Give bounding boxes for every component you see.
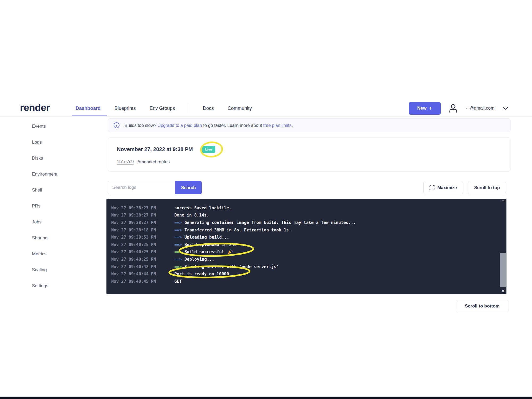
log-arrow-green: ==> [174, 250, 182, 254]
sidebar-item-sharing[interactable]: Sharing [32, 230, 93, 246]
chevron-down-icon[interactable] [502, 106, 508, 110]
log-message: Port is ready on 10000 [174, 272, 229, 276]
sidebar-item-events[interactable]: Events [32, 118, 93, 134]
nav-item-blueprints[interactable]: Blueprints [114, 106, 136, 111]
sidebar-item-settings[interactable]: Settings [32, 278, 93, 294]
party-popper-icon [227, 249, 233, 255]
sidebar: EventsLogsDisksEnvironmentShellPRsJobsSh… [32, 118, 93, 294]
log-line: Nov 27 09:40:25 PM==>Deploying... [111, 256, 496, 263]
log-message: Build successful [184, 250, 224, 254]
banner-text-2: to go faster. Learn more about [202, 123, 263, 128]
log-message: GET [174, 279, 182, 284]
log-arrow-blue: ==> [174, 228, 182, 232]
log-message: Done in 8.14s. [174, 213, 209, 218]
maximize-button[interactable]: Maximize [423, 181, 463, 194]
log-timestamp: Nov 27 09:38:27 PM [111, 213, 174, 218]
log-line: Nov 27 09:38:27 PM==>Generating containe… [111, 219, 496, 226]
log-message: Uploading build... [184, 235, 229, 240]
nav-items: DashboardBlueprintsEnv GroupsDocsCommuni… [76, 101, 252, 116]
log-arrow-blue: ==> [174, 257, 182, 262]
log-message: Deploying... [184, 257, 214, 262]
deploy-card: November 27, 2022 at 9:38 PM Live 1b1e7c… [108, 138, 510, 172]
log-timestamp: Nov 27 09:40:44 PM [111, 272, 174, 276]
sidebar-item-disks[interactable]: Disks [32, 150, 93, 166]
log-timestamp: Nov 27 09:40:25 PM [111, 250, 174, 254]
search-button[interactable]: Search [175, 181, 202, 194]
account-email[interactable]: · @gmail.com [466, 106, 494, 111]
commit-message: Amended routes [137, 159, 170, 164]
log-message: Starting service with 'node server.js' [184, 264, 279, 269]
free-plan-limits-link[interactable]: free plan limits [263, 123, 291, 128]
navbar: render DashboardBlueprintsEnv GroupsDocs… [0, 101, 532, 117]
sidebar-item-jobs[interactable]: Jobs [32, 214, 93, 230]
maximize-label: Maximize [437, 185, 457, 190]
sidebar-item-metrics[interactable]: Metrics [32, 246, 93, 262]
scrollbar-thumb[interactable] [500, 253, 506, 287]
log-line: Nov 27 09:39:53 PM==>Uploading build... [111, 234, 496, 241]
live-status-badge: Live [202, 146, 215, 153]
nav-item-dashboard[interactable]: Dashboard [76, 106, 101, 111]
nav-item-env-groups[interactable]: Env Groups [150, 106, 175, 111]
log-line: Nov 27 09:40:25 PM==>Build uploaded in 2… [111, 241, 496, 248]
active-tab-indicator [72, 115, 107, 116]
user-icon[interactable] [449, 103, 458, 113]
scroll-to-bottom-button[interactable]: Scroll to bottom [456, 300, 509, 312]
account-email-text: @gmail.com [469, 106, 494, 111]
render-logo[interactable]: render [20, 102, 50, 113]
log-message: Transferred 38MB in 8s. Extraction took … [184, 228, 291, 232]
sidebar-item-scaling[interactable]: Scaling [32, 262, 93, 278]
nav-item-community[interactable]: Community [228, 106, 252, 111]
account-email-prefix: · [466, 106, 467, 111]
logs-toolbar: Search Maximize Scroll to top [108, 181, 510, 194]
sidebar-item-environment[interactable]: Environment [32, 166, 93, 182]
log-arrow-blue: ==> [174, 242, 182, 247]
log-timestamp: Nov 27 09:40:45 PM [111, 279, 174, 284]
log-message: Generating container image from build. T… [184, 220, 356, 225]
log-message: success Saved lockfile. [174, 206, 232, 210]
log-timestamp: Nov 27 09:38:27 PM [111, 220, 174, 225]
sidebar-item-logs[interactable]: Logs [32, 134, 93, 150]
sidebar-item-shell[interactable]: Shell [32, 182, 93, 198]
scroll-to-top-button[interactable]: Scroll to top [468, 181, 506, 194]
banner-text-1: Builds too slow? [125, 123, 158, 128]
navbar-right: New + · @gmail.com [409, 101, 508, 116]
log-line: Nov 27 09:40:25 PM==>Build successful [111, 248, 496, 256]
log-timestamp: Nov 27 09:40:25 PM [111, 242, 174, 247]
maximize-icon [430, 185, 435, 190]
log-arrow-green: ==> [174, 264, 182, 269]
deploy-commit-row: 1b1e7c9 Amended routes [117, 159, 170, 165]
nav-divider [189, 104, 189, 113]
log-line: Nov 27 09:38:27 PMDone in 8.14s. [111, 212, 496, 219]
log-terminal[interactable]: Nov 27 09:38:27 PMsuccess Saved lockfile… [106, 199, 506, 294]
log-line: Nov 27 09:38:27 PMsuccess Saved lockfile… [111, 204, 496, 212]
log-search: Search [108, 181, 202, 194]
log-line: Nov 27 09:40:42 PM==>Starting service wi… [111, 263, 496, 271]
sidebar-item-prs[interactable]: PRs [32, 198, 93, 214]
banner-text: Builds too slow? Upgrade to a paid plan … [125, 123, 293, 128]
log-arrow-blue: ==> [174, 235, 182, 240]
logs-toolbar-right: Maximize Scroll to top [423, 181, 506, 194]
log-line: Nov 27 09:40:44 PMPort is ready on 10000 [111, 270, 496, 278]
deploy-header-row: November 27, 2022 at 9:38 PM Live [117, 146, 215, 153]
scrollbar-up-arrow-icon[interactable]: ^ [500, 200, 506, 204]
log-arrow-blue: ==> [174, 220, 182, 225]
log-timestamp: Nov 27 09:40:25 PM [111, 257, 174, 262]
scrollbar-down-arrow-icon[interactable]: v [500, 289, 506, 293]
commit-hash-link[interactable]: 1b1e7c9 [117, 159, 134, 165]
banner-text-3: . [291, 123, 293, 128]
new-button[interactable]: New + [409, 102, 441, 115]
search-input[interactable] [108, 181, 175, 194]
log-timestamp: Nov 27 09:38:27 PM [111, 206, 174, 210]
bottom-window-edge [0, 397, 532, 399]
terminal-scrollbar[interactable]: ^ v [500, 199, 506, 294]
terminal-log-lines: Nov 27 09:38:27 PMsuccess Saved lockfile… [111, 204, 496, 285]
nav-item-docs[interactable]: Docs [203, 106, 214, 111]
deploy-date: November 27, 2022 at 9:38 PM [117, 146, 193, 152]
info-icon [113, 122, 120, 128]
log-timestamp: Nov 27 09:40:42 PM [111, 264, 174, 269]
log-timestamp: Nov 27 09:39:53 PM [111, 235, 174, 240]
upgrade-plan-link[interactable]: Upgrade to a paid plan [158, 123, 202, 128]
log-message: Build uploaded in 24s [184, 242, 237, 247]
log-line: Nov 27 09:38:18 PM==>Transferred 38MB in… [111, 226, 496, 234]
log-timestamp: Nov 27 09:38:18 PM [111, 228, 174, 232]
